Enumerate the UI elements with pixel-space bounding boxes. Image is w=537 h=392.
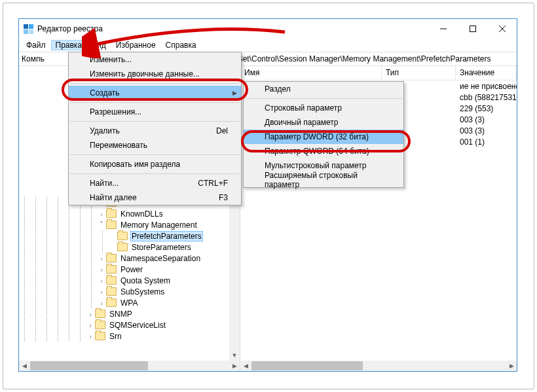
svg-rect-1 [470,26,475,32]
folder-icon [117,232,128,240]
list-value: 003 (3) [456,115,517,124]
tree-label: PrefetchParameters [130,231,203,241]
tree-scrollbar-h[interactable]: ◀ ▶ [19,361,240,371]
address-prefix: Компь [22,54,45,63]
list-value: 003 (3) [456,126,517,135]
col-name[interactable]: Имя [240,66,382,80]
tree-label: Quota System [119,276,172,285]
menu-rename[interactable]: Переименовать [69,138,241,152]
expander-closed-icon[interactable]: › [97,299,106,307]
folder-icon [106,221,117,229]
new-key[interactable]: Раздел [244,82,403,96]
new-binary[interactable]: Двоичный параметр [244,115,403,130]
tree-item[interactable]: ›KnownDLLs [19,208,229,219]
maximize-button[interactable] [458,20,487,39]
folder-icon [106,254,117,262]
scroll-left-icon[interactable]: ◀ [240,361,251,371]
tree-label: Power [119,265,144,274]
expander-closed-icon[interactable]: › [86,310,95,318]
new-qword[interactable]: Параметр QWORD (64 бита) [244,144,403,158]
tree-label: WPA [119,298,139,308]
tree-item[interactable]: ›Srn [19,330,229,342]
menu-copy-key-name[interactable]: Копировать имя раздела [69,157,241,171]
list-value: ие не присвоено) [456,82,517,91]
titlebar: Редактор реестра [19,19,517,39]
edit-menu-dropdown: Изменить... Изменить двоичные данные... … [68,52,242,205]
menu-edit[interactable]: Правка [51,40,87,50]
menu-find[interactable]: Найти...CTRL+F [69,176,241,190]
new-submenu-dropdown: Раздел Строковый параметр Двоичный парам… [243,81,404,188]
menubar: Файл Правка Вид Избранное Справка [19,39,517,52]
menu-find-next[interactable]: Найти далееF3 [69,190,241,205]
tree-item[interactable]: ›Power [19,264,229,275]
tree-item[interactable]: StoreParameters [19,241,229,253]
menu-favorites[interactable]: Избранное [111,40,160,50]
menu-delete[interactable]: УдалитьDel [69,124,241,138]
list-value: cbb (588217531) [456,93,517,102]
folder-icon [95,321,105,329]
folder-icon [106,265,117,274]
app-icon [23,24,33,34]
menu-permissions[interactable]: Разрешения... [69,105,241,119]
menu-help[interactable]: Справка [161,40,201,50]
tree-label: Memory Management [119,221,198,230]
tree-label: SNMP [108,310,134,319]
col-type[interactable]: Тип [382,66,456,80]
new-dword[interactable]: Параметр DWORD (32 бита) [244,130,403,144]
tree-item[interactable]: ›SNMP [19,308,229,319]
folder-icon [95,310,105,318]
address-suffix: Set\Control\Session Manager\Memory Manag… [238,54,491,63]
tree-item[interactable]: ›SubSystems [19,286,229,297]
col-value[interactable]: Значение [456,66,517,80]
menu-view[interactable]: Вид [87,40,111,50]
expander-closed-icon[interactable]: › [97,288,106,296]
expander-closed-icon[interactable]: › [97,210,106,218]
list-value: 229 (553) [456,104,517,113]
new-expandstring[interactable]: Расширяемый строковый параметр [244,173,403,187]
minimize-button[interactable] [428,20,458,39]
menu-modify[interactable]: Изменить... [69,52,241,67]
menu-file[interactable]: Файл [22,40,50,50]
menu-new[interactable]: Создать▶ [69,86,241,100]
tree-item[interactable]: ›WPA [19,297,229,308]
folder-icon [106,209,117,218]
tree-item[interactable]: ›SQMServiceList [19,319,229,330]
folder-icon [95,332,105,340]
expander-closed-icon[interactable]: › [86,332,95,340]
scroll-right-icon[interactable]: ▶ [506,361,517,371]
scroll-down-icon[interactable]: ▼ [229,350,240,361]
expander-open-icon[interactable]: ˅ [97,221,106,229]
folder-icon [106,276,117,285]
menu-modify-binary[interactable]: Изменить двоичные данные... [69,67,241,81]
tree-label: Srn [108,332,123,341]
tree-label: KnownDLLs [119,209,164,219]
window-title: Редактор реестра [37,24,103,33]
expander-closed-icon[interactable]: › [86,321,95,329]
tree-item[interactable]: ˅Memory Management [19,219,229,230]
list-header: Имя Тип Значение [240,66,517,80]
tree-item[interactable]: PrefetchParameters [19,230,229,241]
tree-label: StoreParameters [130,243,193,252]
scroll-right-icon[interactable]: ▶ [229,361,240,371]
expander-closed-icon[interactable]: › [97,255,106,262]
folder-icon [117,243,128,251]
list-value: 001 (1) [456,137,517,147]
tree-label: SQMServiceList [108,321,167,330]
tree-item[interactable]: ›Quota System [19,275,229,286]
folder-icon [106,287,117,296]
tree-label: SubSystems [119,287,166,296]
tree-item[interactable]: ›NamespaceSeparation [19,253,229,264]
scroll-left-icon[interactable]: ◀ [19,361,29,371]
new-string[interactable]: Строковый параметр [244,101,403,115]
expander-closed-icon[interactable]: › [97,277,106,285]
list-scrollbar-h[interactable]: ◀ ▶ [240,361,517,371]
close-button[interactable] [487,20,517,39]
tree-label: NamespaceSeparation [119,254,202,263]
folder-icon [106,298,117,307]
expander-closed-icon[interactable]: › [97,266,106,274]
submenu-arrow-icon: ▶ [232,90,237,96]
